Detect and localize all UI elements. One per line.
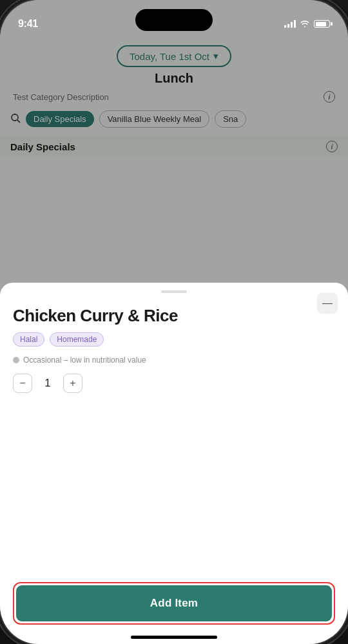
- home-indicator: [131, 636, 217, 639]
- close-button[interactable]: —: [317, 293, 338, 314]
- add-item-button-wrapper: Add Item: [13, 582, 335, 625]
- minus-icon: —: [322, 298, 333, 308]
- battery-icon: [314, 20, 330, 28]
- plus-quantity-icon: +: [70, 377, 75, 389]
- tag-homemade: Homemade: [50, 332, 104, 347]
- bottom-sheet: — Chicken Curry & Rice Halal Homemade Oc…: [0, 283, 348, 644]
- signal-bars-icon: [284, 20, 296, 28]
- quantity-row: − 1 +: [13, 374, 335, 393]
- nutrition-row: Occasional – low in nutritional value: [13, 356, 335, 365]
- add-item-button[interactable]: Add Item: [16, 585, 332, 621]
- add-item-container: Add Item: [13, 582, 335, 625]
- tags-row: Halal Homemade: [13, 332, 335, 347]
- quantity-increment-button[interactable]: +: [63, 374, 82, 393]
- item-title: Chicken Curry & Rice: [13, 306, 335, 326]
- sheet-content: Chicken Curry & Rice Halal Homemade Occa…: [0, 293, 348, 393]
- status-time: 9:41: [18, 18, 38, 30]
- phone-frame: 9:41 Today, Tue 1st Oct: [0, 0, 348, 644]
- quantity-decrement-button[interactable]: −: [13, 374, 32, 393]
- minus-quantity-icon: −: [19, 377, 25, 389]
- nutrition-dot-icon: [13, 357, 19, 363]
- tag-halal: Halal: [13, 332, 44, 347]
- dynamic-island: [135, 9, 213, 31]
- status-icons: [284, 19, 330, 29]
- wifi-icon: [300, 19, 310, 29]
- quantity-value: 1: [41, 377, 54, 389]
- nutrition-text: Occasional – low in nutritional value: [23, 356, 146, 365]
